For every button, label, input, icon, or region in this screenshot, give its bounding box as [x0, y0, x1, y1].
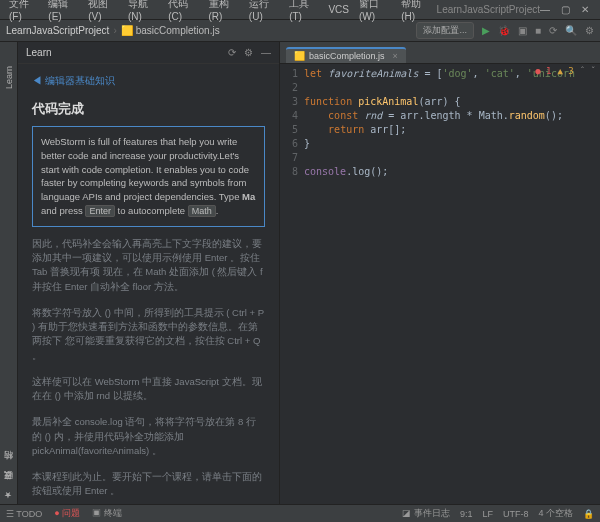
learn-step-2: 将数字符号放入 () 中间，所得到的工具提示 ( Ctrl + P ) 有助于您…: [32, 306, 265, 363]
menu-help[interactable]: 帮助(H): [396, 0, 436, 22]
learn-step-1: 因此，代码补全会输入再高亮上下文字段的建议，要添加其中一项建议，可以使用示例使用…: [32, 237, 265, 294]
menu-vcs[interactable]: VCS: [323, 4, 354, 15]
status-cursor-pos[interactable]: 9:1: [460, 509, 473, 519]
menu-file[interactable]: 文件(F): [4, 0, 43, 22]
editor-tab-label: basicCompletion.js: [309, 51, 385, 61]
debug-icon[interactable]: 🐞: [498, 25, 510, 36]
menu-view[interactable]: 视图(V): [83, 0, 123, 22]
run-config-dropdown[interactable]: 添加配置...: [416, 22, 474, 39]
window-title: LearnJavaScriptProject: [437, 4, 540, 15]
menu-nav[interactable]: 导航(N): [123, 0, 163, 22]
learn-step-5: 本课程到此为止。要开始下一个课程，请单击下面的按钮或使用 Enter 。: [32, 470, 265, 499]
hide-icon[interactable]: —: [261, 47, 271, 58]
minimize-button[interactable]: —: [540, 5, 550, 15]
status-problems[interactable]: ● 问题: [54, 507, 80, 520]
learn-panel: Learn ⟳ ⚙ — ◀ 编辑器基础知识 代码完成 WebStorm is f…: [18, 42, 280, 504]
learn-panel-title: Learn: [26, 47, 52, 58]
run-icon[interactable]: ▶: [482, 25, 490, 36]
sidebar-tab-learn[interactable]: Learn: [4, 62, 14, 93]
js-file-icon: 🟨: [121, 25, 133, 36]
status-encoding[interactable]: UTF-8: [503, 509, 529, 519]
js-file-icon: 🟨: [294, 51, 305, 61]
breadcrumb-project[interactable]: LearnJavaScriptProject: [6, 25, 109, 36]
breadcrumb-file[interactable]: basicCompletion.js: [136, 25, 220, 36]
nav-bar: LearnJavaScriptProject › 🟨 basicCompleti…: [0, 20, 600, 42]
learn-step-4: 最后补全 console.log 语句，将将字符号放在第 8 行的 () 内，并…: [32, 415, 265, 458]
status-indent[interactable]: 4 个空格: [538, 507, 573, 520]
gear-icon[interactable]: ⚙: [244, 47, 253, 58]
vcs-icon[interactable]: ⟳: [549, 25, 557, 36]
menu-tools[interactable]: 工具(T): [284, 0, 323, 22]
menu-bar: 文件(F) 编辑(E) 视图(V) 导航(N) 代码(C) 重构(R) 运行(U…: [0, 0, 600, 20]
status-bar: ☰ TODO ● 问题 ▣ 终端 ◪ 事件日志 9:1 LF UTF-8 4 个…: [0, 504, 600, 522]
status-todo[interactable]: ☰ TODO: [6, 509, 42, 519]
menu-code[interactable]: 代码(C): [163, 0, 203, 22]
error-indicator[interactable]: ● 1: [535, 66, 551, 76]
code-editor[interactable]: ● 1 ▲ 3 ˆ ˇ 1let favoriteAnimals = ['dog…: [280, 64, 600, 504]
left-tool-strip: Learn ☰ 结构 ★ 收藏: [0, 42, 18, 504]
menu-run[interactable]: 运行(U): [244, 0, 284, 22]
close-tab-icon[interactable]: ×: [393, 51, 398, 61]
menu-refactor[interactable]: 重构(R): [204, 0, 244, 22]
learn-active-step: WebStorm is full of features that help y…: [32, 126, 265, 227]
settings-icon[interactable]: ⚙: [585, 25, 594, 36]
learn-step-3: 这样使可以在 WebStorm 中直接 JavaScript 文档。现在在 ()…: [32, 375, 265, 404]
status-events[interactable]: ◪ 事件日志: [402, 507, 450, 520]
inspection-chevron-icon[interactable]: ˆ ˇ: [580, 66, 596, 76]
sidebar-tab-structure[interactable]: ☰ 结构: [2, 463, 15, 484]
editor-area: 🟨 basicCompletion.js × ● 1 ▲ 3 ˆ ˇ 1let …: [280, 42, 600, 504]
menu-edit[interactable]: 编辑(E): [43, 0, 83, 22]
refresh-icon[interactable]: ⟳: [228, 47, 236, 58]
chevron-icon: ›: [113, 25, 116, 36]
maximize-button[interactable]: ▢: [560, 5, 570, 15]
status-line-sep[interactable]: LF: [482, 509, 493, 519]
warning-indicator[interactable]: ▲ 3: [557, 66, 573, 76]
stop-icon[interactable]: ■: [535, 25, 541, 36]
menu-window[interactable]: 窗口(W): [354, 0, 396, 22]
lock-icon[interactable]: 🔒: [583, 509, 594, 519]
status-terminal[interactable]: ▣ 终端: [92, 507, 122, 520]
learn-back-link[interactable]: ◀ 编辑器基础知识: [32, 74, 265, 88]
editor-tab[interactable]: 🟨 basicCompletion.js ×: [286, 47, 406, 63]
editor-tab-bar: 🟨 basicCompletion.js ×: [280, 42, 600, 64]
coverage-icon[interactable]: ▣: [518, 25, 527, 36]
sidebar-tab-favorites[interactable]: ★ 收藏: [2, 483, 15, 504]
learn-heading: 代码完成: [32, 100, 265, 118]
search-icon[interactable]: 🔍: [565, 25, 577, 36]
close-button[interactable]: ✕: [580, 5, 590, 15]
